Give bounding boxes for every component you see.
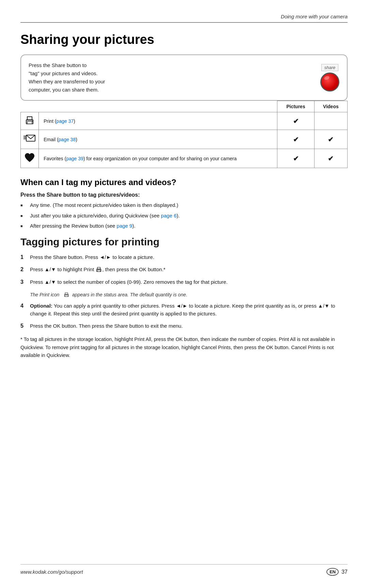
tagging-section-title: Tagging pictures for printing	[20, 236, 348, 248]
page-footer: www.kodak.com/go/support EN 37	[20, 564, 348, 576]
step-num: 4	[20, 302, 30, 310]
heart-icon	[24, 152, 36, 164]
print-videos-check	[314, 112, 347, 130]
step-content: Press ▲/▼ to select the number of copies…	[30, 278, 348, 286]
bullet-item: After pressing the Review button (see pa…	[20, 222, 348, 230]
when-section-subtitle: Press the Share button to tag pictures/v…	[20, 192, 348, 198]
optional-label: Optional:	[30, 303, 52, 309]
step-content: Press the Share button. Press ◄/► to loc…	[30, 253, 348, 261]
share-text-line1: Press the Share button to"tag" your pict…	[29, 62, 105, 93]
en-badge: EN	[326, 568, 339, 576]
email-icon-cell	[21, 130, 39, 149]
share-button-icon	[320, 72, 339, 92]
favorites-row-label: Favorites (page 39) for easy organizatio…	[39, 149, 277, 168]
step-list: 1 Press the Share button. Press ◄/► to l…	[20, 253, 348, 287]
favorites-page-link[interactable]: page 39	[66, 156, 83, 161]
when-bullet-list: Any time. (The most recent picture/video…	[20, 201, 348, 230]
email-videos-check: ✔	[314, 130, 347, 149]
print-icon	[24, 115, 35, 126]
email-page-link[interactable]: page 38	[59, 137, 76, 142]
step-content: Optional: You can apply a print quantity…	[30, 302, 348, 318]
table-row: Email (page 38) ✔ ✔	[21, 130, 348, 149]
when-section: When can I tag my pictures and videos? P…	[20, 178, 348, 230]
print-pictures-check: ✔	[277, 112, 314, 130]
favorites-videos-check: ✔	[314, 149, 347, 168]
print-note-icon	[63, 292, 70, 298]
step-3: 3 Press ▲/▼ to select the number of copi…	[20, 278, 348, 287]
when-section-title: When can I tag my pictures and videos?	[20, 178, 348, 187]
table-row: Favorites (page 39) for easy organizatio…	[21, 149, 348, 168]
quickview-page-link[interactable]: page 6	[161, 213, 177, 218]
bullet-item: Any time. (The most recent picture/video…	[20, 201, 348, 209]
step-list-continued: 4 Optional: You can apply a print quanti…	[20, 302, 348, 330]
italic-note: The Print icon appears in the status are…	[30, 292, 348, 298]
footer-page-area: EN 37	[326, 568, 348, 576]
svg-point-3	[32, 121, 33, 122]
step-num: 3	[20, 278, 30, 287]
step-num: 1	[20, 253, 30, 262]
print-row-label: Print (page 37)	[39, 112, 277, 130]
step-2: 2 Press ▲/▼ to highlight Print , then pr…	[20, 265, 348, 274]
step-num: 2	[20, 265, 30, 274]
step-5: 5 Press the OK button. Then press the Sh…	[20, 322, 348, 330]
step-num: 5	[20, 322, 30, 330]
page-title: Sharing your pictures	[20, 32, 348, 47]
features-table: Pictures Videos Print (page 37) ✔	[20, 101, 348, 168]
email-icon	[24, 133, 36, 145]
step-4: 4 Optional: You can apply a print quanti…	[20, 302, 348, 318]
step-1: 1 Press the Share button. Press ◄/► to l…	[20, 253, 348, 262]
table-row: Print (page 37) ✔	[21, 112, 348, 130]
table-col-pictures: Pictures	[277, 101, 314, 112]
tagging-section: Tagging pictures for printing 1 Press th…	[20, 236, 348, 360]
svg-rect-2	[27, 121, 32, 124]
bullet-item: Just after you take a picture/video, dur…	[20, 212, 348, 220]
email-row-label: Email (page 38)	[39, 130, 277, 149]
step-content: Press the OK button. Then press the Shar…	[30, 322, 348, 330]
print-inline-icon	[95, 267, 102, 273]
table-col-videos: Videos	[314, 101, 347, 112]
svg-rect-13	[65, 295, 68, 296]
share-button-visual: share	[320, 64, 339, 92]
footnote: * To tag all pictures in the storage loc…	[20, 336, 348, 359]
email-pictures-check: ✔	[277, 130, 314, 149]
print-page-link[interactable]: page 37	[56, 118, 74, 124]
favorites-pictures-check: ✔	[277, 149, 314, 168]
share-box-text: Press the Share button to"tag" your pict…	[29, 61, 105, 94]
footer-page-num: 37	[341, 569, 348, 575]
svg-rect-10	[97, 271, 101, 272]
footer-url: www.kodak.com/go/support	[20, 569, 83, 575]
step-content: Press ▲/▼ to highlight Print , then pres…	[30, 265, 348, 273]
heart-icon-cell	[21, 149, 39, 168]
share-button-label: share	[321, 64, 339, 71]
page-header: Doing more with your camera	[20, 14, 348, 23]
print-icon-cell	[21, 112, 39, 130]
header-subtitle: Doing more with your camera	[281, 14, 348, 19]
share-box: Press the Share button to"tag" your pict…	[20, 54, 348, 101]
review-page-link[interactable]: page 9	[117, 223, 132, 229]
